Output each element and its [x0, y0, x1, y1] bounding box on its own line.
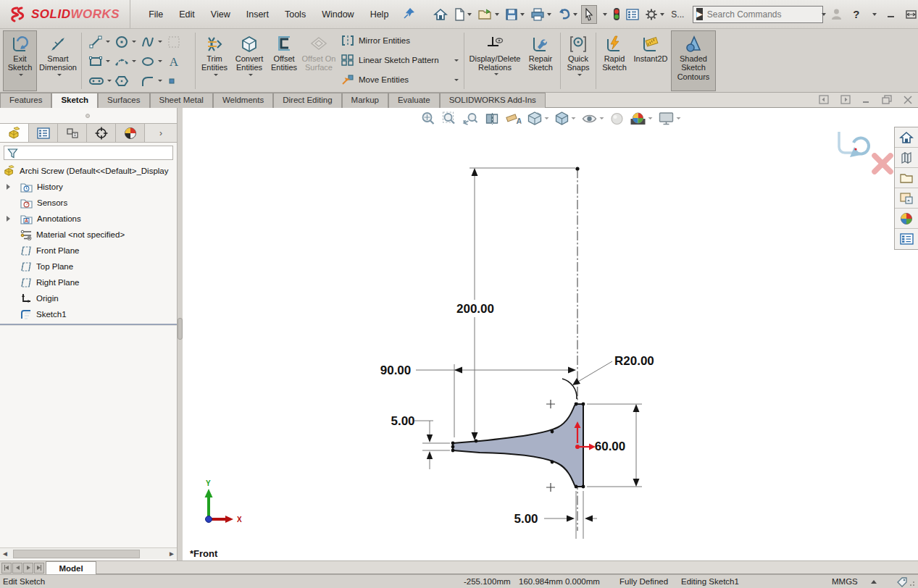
section-view-button[interactable]: [483, 110, 500, 127]
model-tab[interactable]: Model: [46, 561, 96, 574]
tag-icon[interactable]: [896, 576, 908, 587]
home-button[interactable]: [431, 5, 450, 24]
user-account-icon[interactable]: [830, 8, 843, 20]
collapse-right-pane-icon[interactable]: [840, 95, 851, 104]
previous-tab-button[interactable]: [12, 563, 22, 574]
menu-insert[interactable]: Insert: [238, 6, 277, 23]
tree-item-front-plane[interactable]: Front Plane: [0, 243, 177, 259]
dropdown-caret[interactable]: [660, 13, 664, 16]
tree-root-part[interactable]: Archi Screw (Default<<Default>_Display: [0, 163, 177, 179]
dimension-200[interactable]: 200.00: [456, 168, 575, 440]
doc-minimize-icon[interactable]: [862, 96, 870, 104]
tab-property-manager[interactable]: [29, 124, 58, 142]
expand-arrow-icon[interactable]: [7, 216, 10, 222]
taskpane-file-explorer-button[interactable]: [895, 168, 918, 188]
rapid-sketch-button[interactable]: Rapid Sketch: [598, 30, 630, 91]
resize-grip[interactable]: [909, 579, 917, 587]
tab-evaluate[interactable]: Evaluate: [388, 93, 440, 108]
zoom-to-fit-button[interactable]: [420, 109, 436, 127]
cancel-sketch-icon[interactable]: [875, 156, 890, 172]
tree-item-sketch1[interactable]: Sketch1: [0, 306, 177, 322]
slot-tool[interactable]: [87, 74, 113, 88]
dropdown-caret[interactable]: [106, 60, 110, 62]
ellipse-tool[interactable]: [139, 54, 165, 69]
unit-system[interactable]: MMGS: [832, 577, 858, 586]
interference-light-button[interactable]: [611, 4, 622, 24]
scroll-left-icon[interactable]: ◄: [0, 550, 10, 558]
tree-filter-input[interactable]: [4, 146, 173, 160]
open-document-button[interactable]: [475, 5, 501, 24]
save-button[interactable]: [503, 5, 527, 24]
dropdown-caret[interactable]: [454, 79, 459, 81]
quick-snaps-button[interactable]: Quick Snaps: [563, 30, 593, 91]
apply-scene-button[interactable]: [629, 110, 653, 127]
dropdown-caret[interactable]: [495, 13, 499, 16]
tab-weldments[interactable]: Weldments: [213, 93, 273, 108]
dropdown-caret[interactable]: [648, 117, 652, 119]
tree-item-right-plane[interactable]: Right Plane: [0, 274, 177, 290]
minimize-button[interactable]: [887, 10, 896, 19]
menu-view[interactable]: View: [203, 6, 238, 23]
dropdown-caret[interactable]: [577, 74, 582, 76]
dropdown-caret[interactable]: [158, 41, 162, 43]
options-button[interactable]: [643, 5, 667, 24]
taskpane-custom-properties-button[interactable]: [895, 229, 918, 249]
collapse-left-pane-icon[interactable]: [819, 95, 829, 104]
dimension-60[interactable]: 60.00: [587, 404, 642, 487]
rectangle-tool[interactable]: [87, 54, 113, 69]
instant2d-button[interactable]: Instant2D: [630, 30, 671, 91]
taskpane-view-palette-button[interactable]: [895, 188, 918, 209]
help-caret[interactable]: [872, 13, 877, 16]
dropdown-caret[interactable]: [106, 41, 110, 43]
dropdown-caret[interactable]: [249, 74, 253, 76]
panel-tabs-overflow[interactable]: ›: [145, 124, 177, 142]
smart-dimension-button[interactable]: Smart Dimension: [37, 30, 79, 91]
taskpane-home-button[interactable]: [895, 127, 918, 148]
polygon-tool[interactable]: [113, 74, 139, 88]
menu-help[interactable]: Help: [362, 6, 397, 23]
rollback-bar[interactable]: [0, 324, 177, 326]
command-manager-button[interactable]: [624, 6, 641, 23]
hide-show-items-button[interactable]: [580, 111, 604, 127]
unit-system-caret[interactable]: [871, 580, 877, 584]
dropdown-caret[interactable]: [19, 74, 23, 76]
expand-arrow-icon[interactable]: [7, 184, 10, 190]
tab-sheet-metal[interactable]: Sheet Metal: [150, 93, 213, 108]
zoom-to-area-button[interactable]: [441, 109, 457, 127]
previous-view-button[interactable]: [462, 110, 479, 127]
tab-surfaces[interactable]: Surfaces: [98, 93, 149, 108]
tree-item-history[interactable]: History: [0, 179, 177, 195]
tab-markup[interactable]: Markup: [342, 93, 388, 108]
freeform-spline-tool[interactable]: [113, 54, 139, 69]
shaded-sketch-contours-button[interactable]: Shaded Sketch Contours: [671, 30, 716, 91]
menu-window[interactable]: Window: [314, 6, 362, 23]
tree-item-top-plane[interactable]: Top Plane: [0, 259, 177, 274]
tab-direct-editing[interactable]: Direct Editing: [273, 93, 341, 108]
scroll-right-icon[interactable]: ►: [167, 550, 177, 558]
spline-tool[interactable]: [139, 35, 165, 49]
dropdown-caret[interactable]: [547, 13, 551, 16]
dropdown-caret[interactable]: [599, 117, 604, 119]
scrollbar-thumb[interactable]: [13, 550, 140, 558]
view-settings-button[interactable]: [657, 110, 681, 127]
toolbar-overflow-label[interactable]: S...: [671, 9, 684, 20]
dropdown-caret[interactable]: [494, 73, 498, 75]
point-tool[interactable]: [165, 76, 191, 86]
move-entities-button[interactable]: Move Entities: [341, 74, 459, 85]
linear-sketch-pattern-button[interactable]: Linear Sketch Pattern: [341, 54, 459, 66]
tree-horizontal-scrollbar[interactable]: ◄ ►: [0, 547, 177, 559]
tab-feature-manager[interactable]: [0, 124, 29, 142]
dropdown-caret[interactable]: [676, 117, 680, 119]
dropdown-caret[interactable]: [158, 60, 162, 62]
pin-menu-icon[interactable]: [404, 7, 415, 21]
last-tab-button[interactable]: [34, 563, 44, 574]
sketch-profile[interactable]: [453, 404, 583, 487]
dimension-5-tip[interactable]: 5.00: [391, 414, 450, 469]
display-delete-relations-button[interactable]: Display/Delete Relations: [467, 30, 523, 91]
panel-splitter[interactable]: [178, 108, 183, 560]
dropdown-caret[interactable]: [571, 117, 575, 119]
doc-close-icon[interactable]: [904, 96, 912, 104]
dimension-r20[interactable]: R20.00: [562, 354, 654, 399]
first-tab-button[interactable]: [1, 563, 12, 574]
circle-tool[interactable]: [113, 35, 139, 49]
